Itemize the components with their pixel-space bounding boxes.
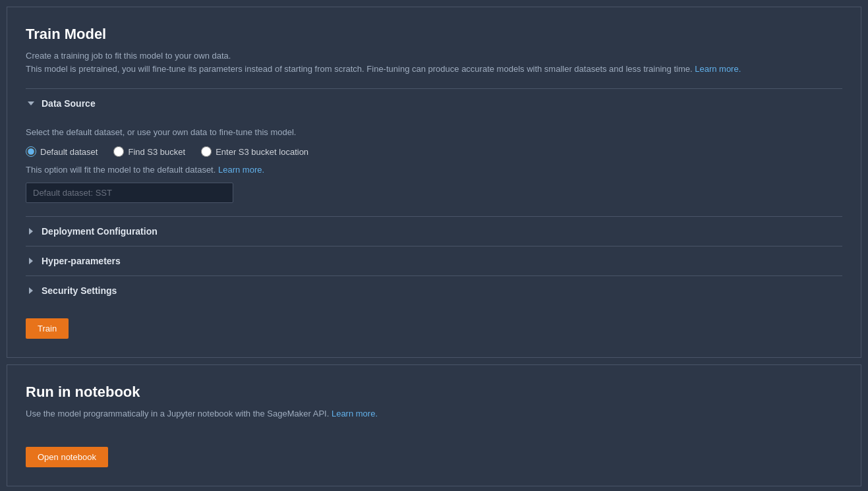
radio-enter-s3-bucket-input[interactable]	[201, 146, 212, 157]
description-line1: Create a training job to fit this model …	[26, 51, 231, 61]
radio-find-s3-bucket[interactable]: Find S3 bucket	[113, 146, 185, 157]
train-model-title: Train Model	[26, 26, 842, 43]
radio-default-dataset[interactable]: Default dataset	[26, 146, 98, 157]
data-source-header[interactable]: Data Source	[26, 89, 842, 118]
security-settings-title: Security Settings	[42, 285, 117, 296]
data-source-content: Select the default dataset, or use your …	[26, 118, 842, 216]
description-line2: This model is pretrained, you will fine-…	[26, 64, 693, 74]
data-source-description: Select the default dataset, or use your …	[26, 127, 842, 137]
deployment-config-chevron-right-icon	[26, 226, 36, 237]
run-in-notebook-learn-more-link[interactable]: Learn more.	[332, 409, 378, 419]
train-button[interactable]: Train	[26, 318, 69, 339]
radio-enter-s3-bucket-label: Enter S3 bucket location	[216, 147, 308, 157]
radio-find-s3-bucket-input[interactable]	[113, 146, 124, 157]
train-model-description: Create a training job to fit this model …	[26, 49, 842, 75]
hyper-parameters-header[interactable]: Hyper-parameters	[26, 246, 842, 275]
radio-default-dataset-label: Default dataset	[40, 147, 98, 157]
security-settings-chevron-right-icon	[26, 285, 36, 296]
run-in-notebook-panel: Run in notebook Use the model programmat…	[7, 364, 861, 486]
radio-enter-s3-bucket[interactable]: Enter S3 bucket location	[201, 146, 308, 157]
security-settings-header[interactable]: Security Settings	[26, 276, 842, 305]
open-notebook-button[interactable]: Open notebook	[26, 447, 108, 467]
data-source-section: Data Source Select the default dataset, …	[26, 88, 842, 216]
hyper-parameters-chevron-right-icon	[26, 256, 36, 266]
deployment-config-title: Deployment Configuration	[42, 226, 158, 237]
data-source-learn-more-link[interactable]: Learn more.	[218, 165, 264, 175]
hyper-parameters-section: Hyper-parameters	[26, 246, 842, 275]
data-source-chevron-down-icon	[26, 98, 36, 109]
radio-default-dataset-input[interactable]	[26, 146, 36, 157]
data-source-title: Data Source	[42, 98, 96, 109]
run-in-notebook-description: Use the model programmatically in a Jupy…	[26, 407, 842, 420]
security-settings-section: Security Settings	[26, 275, 842, 305]
hyper-parameters-title: Hyper-parameters	[42, 256, 121, 266]
deployment-config-header[interactable]: Deployment Configuration	[26, 217, 842, 246]
train-model-learn-more-link[interactable]: Learn more.	[695, 64, 741, 74]
data-source-radio-group: Default dataset Find S3 bucket Enter S3 …	[26, 146, 842, 157]
dataset-option-info: This option will fit the model to the de…	[26, 165, 842, 175]
deployment-config-section: Deployment Configuration	[26, 216, 842, 246]
radio-find-s3-bucket-label: Find S3 bucket	[128, 147, 185, 157]
train-model-panel: Train Model Create a training job to fit…	[7, 7, 861, 358]
run-in-notebook-title: Run in notebook	[26, 384, 842, 401]
dataset-input[interactable]	[26, 183, 233, 203]
